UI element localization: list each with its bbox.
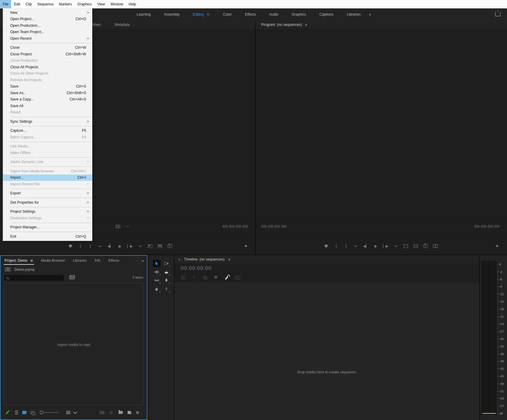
sort-icon[interactable] — [66, 411, 70, 414]
menu-sequence[interactable]: Sequence — [35, 0, 56, 8]
timeline-title[interactable]: Timeline: (no sequences) — [184, 257, 224, 261]
menu-item-save-a-copy[interactable]: Save a Copy...Ctrl+Alt+S — [3, 96, 92, 103]
selection-tool[interactable] — [153, 260, 161, 267]
project-overflow-chevron-icon[interactable]: » — [138, 256, 144, 265]
menu-item-sync-settings[interactable]: Sync Settings> — [3, 118, 92, 125]
panel-menu-icon[interactable]: ≡ — [305, 23, 307, 27]
go-to-in-icon[interactable]: ⇤ — [353, 244, 359, 249]
ripple-edit-tool[interactable] — [153, 268, 161, 276]
project-tab-info[interactable]: Info — [91, 256, 104, 265]
add-marker-icon[interactable] — [323, 244, 329, 249]
menu-item-open-project[interactable]: Open Project...Ctrl+O — [3, 16, 92, 23]
pen-tool[interactable] — [162, 277, 170, 284]
menu-markers[interactable]: Markers — [56, 0, 75, 8]
menu-item-capture[interactable]: Capture...F5 — [3, 128, 92, 134]
tab-metadata[interactable]: Metadata — [115, 20, 130, 29]
mark-out-icon[interactable]: } — [88, 244, 93, 249]
timeline-timecode[interactable]: 00:00:00:00 — [181, 265, 212, 271]
menu-edit[interactable]: Edit — [11, 0, 23, 8]
step-forward-icon[interactable]: ▏▶ — [127, 244, 133, 249]
menu-item-close-project[interactable]: Close ProjectCtrl+Shift+W — [3, 51, 92, 57]
timeline-settings-icon[interactable] — [224, 275, 229, 280]
search-input[interactable] — [11, 276, 60, 280]
project-tab-media-browser[interactable]: Media Browser — [37, 256, 69, 265]
menu-item-open-team-project[interactable]: Open Team Project... — [3, 29, 92, 36]
export-frame-icon[interactable] — [423, 244, 428, 249]
new-item-icon[interactable] — [128, 411, 131, 414]
menu-item-open-recent[interactable]: Open Recent> — [3, 35, 92, 42]
zoom-slider-track[interactable] — [43, 412, 59, 413]
panel-menu-icon[interactable]: ≡ — [228, 257, 230, 262]
sequence-nest-icon[interactable] — [181, 275, 186, 280]
menu-item-close[interactable]: CloseCtrl+W — [3, 45, 92, 51]
play-icon[interactable]: ▶ — [373, 244, 379, 249]
freeform-view-icon[interactable] — [31, 411, 34, 414]
comparison-view-icon[interactable] — [433, 244, 438, 249]
overwrite-icon[interactable] — [157, 244, 162, 249]
menu-item-revert[interactable]: Revert — [3, 109, 92, 116]
drag-video-icon[interactable] — [116, 225, 120, 228]
menu-item-close-all-other-projects[interactable]: Close All Other Projects — [3, 70, 92, 77]
go-to-out-icon[interactable]: ⇥ — [393, 244, 398, 249]
menu-item-adobe-dynamic-link[interactable]: Adobe Dynamic Link> — [3, 159, 92, 165]
menu-window[interactable]: Window — [108, 0, 126, 8]
mark-in-icon[interactable]: { — [333, 244, 339, 249]
timeline-track-area[interactable]: Drop media here to create sequence. — [175, 282, 479, 420]
workspace-tab-assembly[interactable]: Assembly — [157, 12, 186, 17]
step-back-icon[interactable]: ◀▏ — [107, 244, 113, 249]
mark-out-icon[interactable]: } — [343, 244, 349, 249]
menu-item-export[interactable]: Export> — [3, 190, 92, 197]
menu-item-open-production[interactable]: Open Production... — [3, 22, 92, 29]
writable-icon[interactable] — [5, 412, 9, 413]
extract-icon[interactable] — [413, 244, 418, 249]
close-icon[interactable]: × — [178, 257, 181, 262]
workspace-tab-editing[interactable]: Editing≡ — [186, 12, 217, 17]
menu-item-get-properties-for[interactable]: Get Properties for> — [3, 199, 92, 206]
program-monitor-title[interactable]: Program: (no sequences) — [261, 23, 302, 27]
project-bin-area[interactable]: Import media to start — [4, 283, 143, 405]
tab-audio-clip-mixer-partial[interactable]: Mixer: — [92, 20, 102, 29]
menu-item-exit[interactable]: ExitCtrl+Q — [3, 233, 92, 240]
razor-tool[interactable] — [162, 268, 170, 276]
list-view-icon[interactable] — [14, 411, 18, 414]
menu-clip[interactable]: Clip — [23, 0, 35, 8]
linked-selection-icon[interactable] — [202, 275, 208, 280]
menu-item-save[interactable]: SaveCtrl+S — [3, 83, 92, 90]
add-marker-icon[interactable] — [68, 244, 73, 249]
menu-item-project-settings[interactable]: Project Settings> — [3, 208, 92, 215]
share-icon[interactable] — [495, 12, 500, 16]
menu-help[interactable]: Help — [126, 0, 139, 8]
step-back-icon[interactable]: ◀▏ — [363, 244, 369, 249]
workspace-tab-effects[interactable]: Effects — [238, 12, 262, 17]
menu-view[interactable]: View — [94, 0, 108, 8]
type-tool[interactable]: T — [162, 285, 170, 292]
zoom-slider-knob[interactable] — [40, 411, 43, 414]
project-tab-project-demo[interactable]: Project: Demo≡ — [1, 256, 37, 265]
drag-audio-icon[interactable] — [125, 225, 130, 228]
program-button-editor-plus-icon[interactable]: + — [496, 240, 499, 252]
project-file-name[interactable]: Demo.prproj — [14, 267, 34, 272]
snap-icon[interactable]: ∩ — [191, 275, 197, 280]
menu-item-close-production[interactable]: Close Production — [3, 57, 92, 64]
menu-item-save-as[interactable]: Save As...Ctrl+Shift+S — [3, 90, 92, 96]
menu-item-make-offline[interactable]: Make Offline... — [3, 150, 92, 156]
menu-item-project-manager[interactable]: Project Manager... — [3, 224, 92, 231]
up-folder-icon[interactable]: ↑ — [5, 267, 11, 272]
menu-item-save-all[interactable]: Save All — [3, 103, 92, 109]
icon-view-icon[interactable] — [22, 411, 26, 414]
go-to-out-icon[interactable]: ⇥ — [137, 244, 143, 249]
workspace-menu-icon[interactable]: ≡ — [206, 12, 210, 17]
menu-item-new[interactable]: New> — [3, 9, 92, 16]
menu-item-import-from-media-browser[interactable]: Import from Media BrowserCtrl+Alt+I — [3, 168, 92, 174]
menu-item-link-media[interactable]: Link Media... — [3, 143, 92, 150]
new-bin-icon[interactable] — [119, 411, 123, 414]
automate-to-sequence-icon[interactable] — [100, 411, 105, 414]
menu-item-production-settings[interactable]: Production Settings> — [3, 215, 92, 221]
menu-item-refresh-all-projects[interactable]: Refresh All Projects — [3, 77, 92, 83]
workspace-tab-color[interactable]: Color — [216, 12, 238, 17]
project-tab-libraries[interactable]: Libraries — [69, 256, 91, 265]
menu-item-import[interactable]: Import...Ctrl+I — [3, 174, 92, 181]
workspace-tab-audio[interactable]: Audio — [263, 12, 285, 17]
menu-file[interactable]: File — [0, 0, 11, 8]
export-frame-icon[interactable] — [167, 244, 172, 249]
